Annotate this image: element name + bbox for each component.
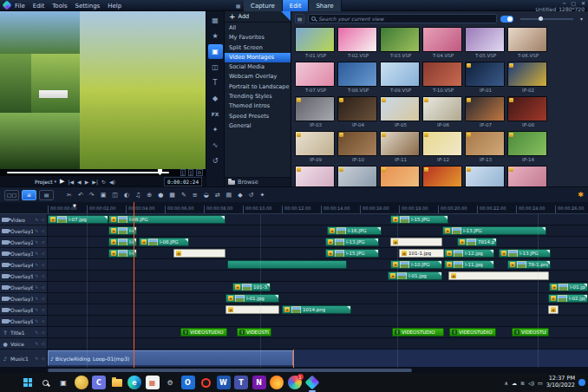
taskbar-opera-icon[interactable] [199, 376, 212, 389]
prev-frame-button[interactable]: ◀ [77, 179, 82, 185]
media-icon[interactable]: ▦ [208, 13, 223, 28]
home-button[interactable]: |◀ [68, 179, 74, 185]
gallery-item[interactable]: IP-06 [422, 96, 464, 129]
timeline-clip[interactable]: ★ [448, 271, 549, 280]
track-header-overlay5[interactable]: Overlay5✎ ◁ [0, 271, 48, 281]
track-lane-title1[interactable]: TVIDEOSTUDIO (VIDEOS...TVIDEOSTUDIOTVIDE… [48, 327, 588, 337]
gallery-item[interactable]: IP-11 [380, 131, 421, 164]
track-header-overlay6[interactable]: Overlay6✎ ◁ [0, 282, 48, 292]
taskbar-search-icon[interactable] [39, 376, 53, 389]
gallery-item[interactable]: T-08.VSP [337, 62, 379, 95]
timeline-clip[interactable]: ★1014.png [282, 305, 351, 314]
track-manager-icon[interactable]: ▤ [226, 192, 232, 199]
timeline-clip[interactable]: ★I-02.jpg [548, 294, 588, 303]
track-lane-overlay6[interactable]: ★101-3.png★I-01.jpg [48, 282, 588, 292]
gallery-item[interactable]: IP-03 [295, 96, 336, 129]
track-mini-icons[interactable]: ✎ ◁ [35, 308, 45, 312]
speed-remap-icon[interactable]: ⇄ [215, 192, 220, 199]
preview-scrubber[interactable]: [ ] ⊡ [0, 169, 206, 176]
category-general[interactable]: General [225, 121, 291, 131]
track-lane-overlay1[interactable]: ★I-08.JPG★I-16.JPG★I-13.JPG [48, 225, 588, 236]
taskbar-media-app-icon[interactable]: 1 [288, 376, 302, 389]
gallery-item[interactable]: IP-01 [465, 62, 506, 95]
track-header-overlay8[interactable]: Overlay8✎ ◁ [0, 304, 48, 315]
timeline-clip[interactable]: ★I-01.jpg [388, 271, 442, 280]
taskbar-edge-icon[interactable]: e [127, 376, 141, 389]
sort-icon[interactable]: ▾ [580, 16, 585, 22]
track-lane-video[interactable]: ★I-07.jpg★I-08.JPG★I-15.JPG [48, 214, 588, 225]
motion-tracking-icon[interactable]: ⊕ [147, 192, 152, 199]
track-mini-icons[interactable]: ✎ ◁ [35, 356, 45, 361]
gallery-item[interactable]: IP-12 [422, 131, 464, 164]
menu-edit[interactable]: Edit [33, 3, 45, 10]
track-header-overlay4[interactable]: Overlay4✎ ◁ [0, 259, 48, 270]
taskbar-file-explorer-icon[interactable] [110, 376, 124, 389]
track-lane-overlay4[interactable]: ★I-10.JPG★I-11.jpg★78-1.png [48, 259, 588, 270]
playback-mode[interactable]: Project [35, 179, 53, 185]
tab-capture[interactable]: Capture [244, 0, 283, 11]
tray-expand-icon[interactable]: ∧ [505, 380, 508, 386]
browse-button[interactable]: Browse [225, 177, 291, 186]
gallery-item[interactable]: IP-05 [380, 96, 421, 129]
gallery-item[interactable]: IP-09 [295, 131, 336, 164]
menu-settings[interactable]: Settings [75, 3, 101, 10]
timeline-clip[interactable]: ★I-07.jpg [48, 215, 108, 224]
timeline-clip[interactable]: TVIDEOSTUDIO (VIDEOS... [180, 328, 227, 336]
timeline-clip[interactable]: ★I-13.JPG [325, 238, 379, 246]
track-header-title1[interactable]: TTitle1✎ ◁ [0, 327, 48, 337]
gallery-item[interactable]: T-07.VSP [295, 62, 336, 95]
transition-icon[interactable]: ◫ [112, 192, 118, 199]
track-lane-music1[interactable]: ♪BicycleRiding_Loop-01(mp3) [48, 350, 588, 367]
timeline-clip[interactable]: ★78-1.png [507, 260, 551, 269]
gallery-item[interactable]: IP-08 [507, 96, 549, 129]
timeline-clip[interactable]: ★ [390, 238, 442, 246]
graphics-icon[interactable]: ◆ [208, 91, 223, 106]
track-header-music1[interactable]: ♪Music1✎ ◁ [0, 350, 48, 367]
mark-in-icon[interactable]: [ [180, 169, 186, 176]
subtitle-editor-icon[interactable]: ≡ [193, 192, 198, 199]
track-mini-icons[interactable]: ✎ ◁ [35, 285, 45, 290]
settings-icon[interactable]: ✱ [578, 191, 584, 199]
category-speed-presets[interactable]: Speed Presets [225, 112, 291, 121]
slider-knob[interactable] [539, 16, 543, 21]
menu-file[interactable]: File [15, 3, 25, 10]
track-header-overlay7[interactable]: Overlay7✎ ◁ [0, 293, 48, 304]
category-portrait-to-landscape[interactable]: Portrait to Landscape [225, 82, 291, 92]
gallery-item[interactable]: IP-16 [337, 166, 379, 186]
timeline-clip[interactable] [227, 260, 347, 269]
category-my-favorites[interactable]: My Favorites [225, 33, 291, 42]
track-mini-icons[interactable]: ✎ ◁ [35, 229, 45, 233]
mask-creator-icon[interactable]: ◒ [204, 192, 209, 199]
titles-icon[interactable]: T [208, 75, 223, 90]
track-lane-overlay8[interactable]: ★★1014.png★ [48, 304, 588, 315]
taskbar-firefox-icon[interactable] [270, 376, 284, 389]
timeline-clip[interactable]: TVIDEOSTUDIO [512, 328, 549, 336]
taskbar-task-view-icon[interactable]: ▣ [56, 376, 70, 389]
gallery-item[interactable]: IP-13 [465, 131, 506, 164]
taskbar-word-icon[interactable]: W [217, 376, 231, 389]
track-header-overlay1[interactable]: Overlay1✎ ◁ [0, 225, 48, 236]
gallery-item[interactable]: T-01.VSP [295, 27, 336, 60]
timeline-clip[interactable]: TVIDEOSTUDIO [449, 328, 496, 336]
auto-music-icon[interactable]: ♫ [135, 192, 140, 199]
transitions-icon[interactable]: ◫ [208, 60, 223, 75]
timeline-clip[interactable]: TVIDEOSTUDIO [392, 328, 444, 336]
track-mini-icons[interactable]: ✎ ◁ [35, 218, 45, 222]
network-icon[interactable]: ≋ [520, 380, 525, 386]
taskbar-clock[interactable]: 12:37 PM 3/10/2022 [546, 376, 575, 389]
gallery-item[interactable]: IP-04 [337, 96, 379, 129]
gallery-item[interactable]: IP-19 [465, 166, 506, 186]
timeline-clip[interactable]: ★I-16.JPG [327, 226, 382, 235]
track-lane-overlay7[interactable]: ★I-01.jpg★I-02.jpg [48, 293, 588, 304]
timeline-clip[interactable]: ★ [548, 305, 559, 314]
track-mini-icons[interactable]: ✎ ◁ [35, 319, 45, 323]
track-header-overlay3[interactable]: Overlay3✎ ◁ [0, 248, 48, 258]
record-icon[interactable]: ● [158, 192, 163, 199]
category-all[interactable]: All [225, 23, 291, 33]
stock-media-icon[interactable]: ✦ [208, 122, 223, 137]
notification-badge[interactable] [578, 379, 585, 386]
track-mini-icons[interactable]: ✎ ◁ [35, 330, 45, 335]
workspace-icon[interactable]: ▦ [232, 0, 244, 11]
taskbar-onenote-icon[interactable]: N [252, 376, 266, 389]
taskbar-outlook-icon[interactable]: O [181, 376, 195, 389]
